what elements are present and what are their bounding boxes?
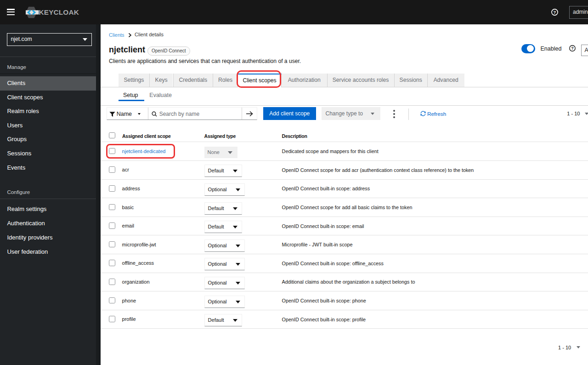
svg-text:?: ?	[571, 46, 574, 51]
svg-text:?: ?	[554, 10, 556, 15]
svg-text:KEYCLOAK: KEYCLOAK	[39, 8, 79, 16]
